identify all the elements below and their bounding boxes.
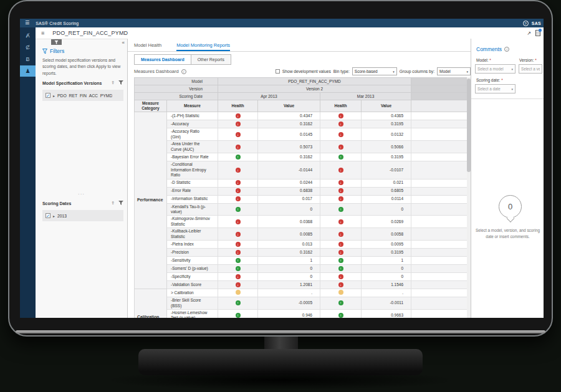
- bin-type-value: Score-based: [355, 69, 378, 74]
- filter-section-model-versions: Model Specification Versions⇧✓▸PDO_RET_F…: [42, 80, 123, 101]
- table-row[interactable]: -Kendall's Tau-b (p-value)↑0↑0: [135, 203, 471, 216]
- monitor-chin: [16, 330, 545, 333]
- table-row[interactable]: -Hosmer-Lemeshow Test (p-value)↑0.946↑0.…: [135, 310, 471, 318]
- group-columns-value: Model: [439, 69, 451, 74]
- table-row[interactable]: Calibration> Calibration..: [135, 289, 471, 297]
- tab-model-health[interactable]: Model Health: [134, 42, 161, 51]
- filter-section-title: Scoring Dates: [42, 201, 71, 206]
- table-row[interactable]: -Precision↓0.3162↓0.3195: [135, 249, 471, 257]
- panel-splitter[interactable]: ···: [78, 193, 85, 196]
- expand-icon[interactable]: ↗: [527, 31, 531, 36]
- value-cell: 0.0368: [258, 216, 320, 228]
- tab-model-monitoring-reports[interactable]: Model Monitoring Reports: [176, 42, 230, 51]
- value-cell: -0.0144: [258, 161, 320, 179]
- table-row[interactable]: -Information Statistic↓0.017↓0.0114: [135, 195, 471, 203]
- value-cell: 0.3195: [362, 153, 411, 161]
- value-cell: 0: [258, 265, 320, 273]
- table-row[interactable]: -Accuracy Ratio (Gini)↓0.0145↓0.0132: [135, 128, 471, 141]
- filter-item[interactable]: ✓▸PDO_RET_FIN_ACC_PYMD: [42, 90, 123, 101]
- checkbox[interactable]: ✓: [46, 93, 50, 98]
- app-title: SAS® Credit Scoring: [36, 21, 79, 26]
- value-cell: 0.0244: [258, 179, 320, 187]
- show-development-checkbox[interactable]: [276, 69, 280, 74]
- table-row[interactable]: -D Statistic↓0.0244↓0.021: [135, 179, 471, 187]
- value-cell: -0.0107: [362, 161, 411, 179]
- comments-version-select[interactable]: Select a vers...: [519, 64, 542, 74]
- health-red-icon: ↓: [338, 180, 343, 185]
- expander-icon[interactable]: ▸: [53, 214, 55, 218]
- info-icon[interactable]: i: [504, 47, 509, 52]
- table-row[interactable]: -Accuracy↓0.3162↓0.3195: [135, 120, 471, 128]
- comments-model-select[interactable]: Select a model ▾: [475, 64, 515, 74]
- table-meta-row: ModelPDO_RET_FIN_ACC_PYMD: [135, 78, 471, 85]
- measure-cell: -Sensitivity: [167, 257, 218, 265]
- table-row[interactable]: -Brier Skill Score (BSS)↑-0.0005↑-0.0011: [135, 297, 471, 310]
- help-icon[interactable]: ?: [523, 21, 529, 26]
- measure-cell: -Kendall's Tau-b (p-value): [167, 203, 218, 216]
- table-row[interactable]: Performance-(1-PH) Statistic↓0.4347↓0.43…: [135, 112, 471, 120]
- app-icon-credit-scoring[interactable]: ♟: [20, 65, 36, 77]
- filler-cell: [411, 100, 471, 112]
- main-content: Model HealthModel Monitoring Reports Mea…: [128, 39, 471, 318]
- comments-note-icon[interactable]: [535, 30, 540, 36]
- bin-type-select[interactable]: Score-based ▾: [352, 67, 397, 75]
- monitor-bezel: ☰ SAS® Credit Scoring ? SAS ≡ PDO_RET_FI…: [8, 0, 553, 337]
- health-cell: ↓: [320, 216, 362, 228]
- hamburger-menu-icon[interactable]: ☰: [25, 21, 29, 26]
- subtab-other-reports[interactable]: Other Reports: [191, 54, 231, 65]
- notification-badge: [539, 29, 542, 32]
- select-all-icon[interactable]: ⇧: [111, 201, 115, 206]
- select-all-icon[interactable]: ⇧: [111, 80, 115, 85]
- filler-cell: [411, 78, 471, 85]
- health-cell: ↓: [320, 141, 362, 153]
- app-icon-3[interactable]: Ƀ: [20, 54, 36, 65]
- expander-icon[interactable]: ▸: [53, 93, 55, 98]
- health-cell: ↓: [218, 120, 258, 128]
- measure-cell: -Hosmer-Lemeshow Test (p-value): [167, 310, 218, 318]
- clear-filter-icon[interactable]: [118, 80, 123, 85]
- filler-cell: [411, 203, 471, 216]
- value-cell: 0.3195: [362, 249, 411, 257]
- filters-handle[interactable]: [51, 39, 62, 45]
- group-columns-select[interactable]: Model ▾: [437, 67, 471, 75]
- checkbox[interactable]: ✓: [46, 213, 50, 218]
- object-list-icon[interactable]: ≡: [41, 30, 44, 36]
- filler-cell: [411, 249, 471, 257]
- table-row[interactable]: -Conditional Information Entropy Ratio↓-…: [135, 161, 471, 179]
- measure-cell: > Calibration: [167, 289, 218, 297]
- comments-scoring-select[interactable]: Select a date ▾: [475, 84, 515, 93]
- clear-filter-icon[interactable]: [118, 201, 123, 206]
- table-row[interactable]: -Error Rate↓0.6838↓0.6805: [135, 187, 471, 195]
- filler-cell: [411, 216, 471, 228]
- table-row[interactable]: -Sensitivity↑1↑1: [135, 257, 471, 265]
- filters-description: Select model specification versions and …: [42, 57, 123, 77]
- table-row[interactable]: -Specificity↓0↓0: [135, 273, 471, 281]
- filter-item[interactable]: ✓▸2013: [42, 210, 123, 221]
- app-bar: ☰ SAS® Credit Scoring ? SAS: [20, 19, 544, 27]
- value-cell: 0.0145: [258, 128, 320, 141]
- info-icon[interactable]: i: [181, 69, 186, 74]
- table-row[interactable]: -Validation Score↓1.2081↓1.1546: [135, 281, 471, 289]
- required-mark: *: [489, 58, 491, 62]
- table-row[interactable]: -Pietra Index↓0.013↓0.0095: [135, 241, 471, 249]
- health-red-icon: ↓: [338, 242, 343, 247]
- app-icon-1[interactable]: Ⱥ: [20, 30, 36, 41]
- health-cell: ↑: [218, 153, 258, 161]
- measure-cell: -Conditional Information Entropy Ratio: [167, 161, 218, 179]
- brand-logo: SAS: [532, 21, 541, 26]
- meta-label: Scoring Date: [135, 93, 218, 100]
- table-row[interactable]: -Area Under the Curve (AUC)↓0.5073↓0.506…: [135, 141, 471, 153]
- view-title: Measures Dashboard: [134, 69, 179, 74]
- filler-cell: [411, 310, 471, 318]
- collapse-panel-icon[interactable]: «: [122, 40, 125, 45]
- value-cell: 0.6805: [362, 187, 411, 195]
- health-cell: ↑: [218, 203, 258, 216]
- table-row[interactable]: -Somers' D (p-value)↑0↑0: [135, 265, 471, 273]
- value-cell: 0: [258, 273, 320, 281]
- table-row[interactable]: -Bayesian Error Rate↑0.3162↑0.3195: [135, 153, 471, 161]
- table-row[interactable]: -Kolmogorov-Smirnov Statistic↓0.0368↓0.0…: [135, 216, 471, 228]
- filler-cell: [411, 161, 471, 179]
- table-row[interactable]: -Kullback-Leibler Statistic↓0.0085↓0.005…: [135, 228, 471, 241]
- app-icon-2[interactable]: Ȼ: [20, 42, 36, 53]
- subtab-measures-dashboard[interactable]: Measures Dashboard: [134, 54, 191, 65]
